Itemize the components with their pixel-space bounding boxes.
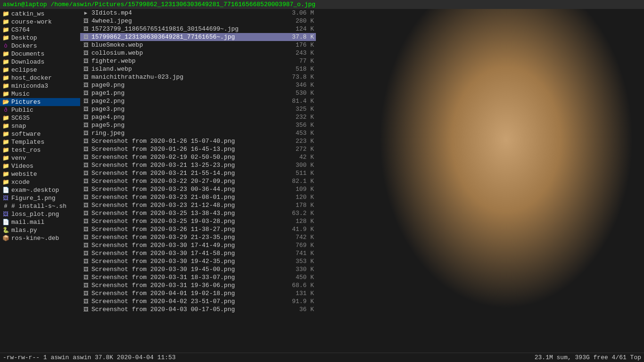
sidebar-item-Desktop[interactable]: 📁Desktop (0, 34, 80, 42)
sidebar-item-loss_plot_png[interactable]: 🖼loss_plot.png (0, 210, 80, 218)
sidebar-item-Figure_1_png[interactable]: 🖼Figure_1.png (0, 194, 80, 202)
file-size: 178 K (281, 202, 314, 209)
sidebar-item-catkin_ws[interactable]: 📁catkin_ws (0, 10, 80, 18)
file-type-icon: 🖼 (82, 114, 90, 120)
table-row[interactable]: 🖼Screenshot from 2020-03-31 19-36-06.png… (80, 281, 316, 289)
file-size: 3.06 M (281, 9, 314, 16)
file-name: Screenshot from 2020-03-23 21-12-48.png (91, 202, 281, 209)
file-size: 325 K (281, 106, 314, 113)
table-row[interactable]: ▶3Idiots.mp43.06 M (80, 9, 316, 17)
table-row[interactable]: 🖼Screenshot from 2020-01-26 15-07-40.png… (80, 137, 316, 145)
sidebar-item-Documents[interactable]: 📁Documents (0, 50, 80, 58)
table-row[interactable]: 🖼Screenshot from 2020-04-01 19-02-18.png… (80, 289, 316, 297)
table-row[interactable]: 🖼Screenshot from 2020-03-30 17-41-58.png… (80, 249, 316, 257)
file-type-icon: 🖼 (82, 138, 90, 144)
folder-icon: 📄 (2, 187, 9, 194)
sidebar-item-venv[interactable]: 📁venv (0, 154, 80, 162)
sidebar-item-SC635[interactable]: 📁SC635 (0, 114, 80, 122)
table-row[interactable]: 🖼fighter.webp77 K (80, 57, 316, 65)
table-row[interactable]: 🖼collosium.webp243 K (80, 49, 316, 57)
sidebar-item-xcode[interactable]: 📁xcode (0, 178, 80, 186)
status-right: 23.1M sum, 393G free 4/61 Top (535, 354, 641, 361)
sidebar-item-Videos[interactable]: 📁Videos (0, 162, 80, 170)
table-row[interactable]: 🖼Screenshot from 2020-04-03 00-17-05.png… (80, 305, 316, 313)
file-name: 4wheel.jpeg (91, 17, 281, 25)
sidebar-item-course-work[interactable]: 📁course-work (0, 18, 80, 26)
file-type-icon: 🖼 (82, 50, 90, 56)
table-row[interactable]: 🖼Screenshot from 2020-03-25 19-03-28.png… (80, 217, 316, 225)
sidebar-item-website[interactable]: 📁website (0, 170, 80, 178)
table-row[interactable]: 🖼Screenshot from 2020-03-22 20-27-09.png… (80, 177, 316, 185)
file-type-icon: 🖼 (82, 146, 90, 152)
sidebar-item-label: loss_plot.png (11, 211, 59, 218)
file-name: Screenshot from 2020-03-31 19-36-06.png (91, 282, 281, 289)
table-row[interactable]: 🖼page1.png530 K (80, 89, 316, 97)
table-row[interactable]: 🖼Screenshot from 2020-03-29 21-23-35.png… (80, 233, 316, 241)
sidebar-item-Dockers[interactable]: òDockers (0, 42, 80, 50)
title-text: aswin@laptop /home/aswin/Pictures/157998… (3, 1, 315, 8)
table-row[interactable]: 🖼Screenshot from 2020-01-26 16-45-13.png… (80, 145, 316, 153)
sidebar-item-Pictures[interactable]: 📂Pictures (0, 98, 80, 106)
sidebar-item-software[interactable]: 📁software (0, 130, 80, 138)
sidebar-item-ros-kine-deb[interactable]: 📦ros-kine~.deb (0, 234, 80, 242)
file-size: 36 K (281, 306, 314, 313)
folder-icon: 📁 (2, 155, 9, 162)
folder-icon: 📁 (2, 123, 9, 130)
file-size: 450 K (281, 274, 314, 281)
file-size: 109 K (281, 186, 314, 193)
table-row[interactable]: 🖼Screenshot from 2020-02-19 02-50-50.png… (80, 153, 316, 161)
sidebar-item-Downloads[interactable]: 📁Downloads (0, 58, 80, 66)
sidebar-item-eclipse[interactable]: 📁eclipse (0, 66, 80, 74)
sidebar-item-Public[interactable]: ðPublic (0, 106, 80, 114)
sidebar-item-Music[interactable]: 📁Music (0, 90, 80, 98)
folder-icon: 📁 (2, 171, 9, 178)
table-row[interactable]: 🖼Screenshot from 2020-03-23 21-08-01.png… (80, 193, 316, 201)
table-row[interactable]: 🖼blueSmoke.webp176 K (80, 41, 316, 49)
sidebar-item-install-s[interactable]: ## install-s~.sh (0, 202, 80, 210)
table-row[interactable]: 🖼page2.png81.4 K (80, 97, 316, 105)
table-row[interactable]: 🖼manichithrathazhu-023.jpg73.8 K (80, 73, 316, 81)
table-row[interactable]: 🖼page4.png232 K (80, 113, 316, 121)
file-name: page5.png (91, 122, 281, 129)
table-row[interactable]: 🖼ring.jpeg453 K (80, 129, 316, 137)
table-row[interactable]: 🖼Screenshot from 2020-03-30 17-41-49.png… (80, 241, 316, 249)
table-row[interactable]: 🖼Screenshot from 2020-03-23 21-12-48.png… (80, 201, 316, 209)
file-size: 741 K (281, 250, 314, 257)
table-row[interactable]: 🖼Screenshot from 2020-03-23 00-36-44.png… (80, 185, 316, 193)
file-list: ▶3Idiots.mp43.06 M🖼4wheel.jpeg280 K🖼1572… (80, 9, 316, 353)
file-name: Screenshot from 2020-02-19 02-50-50.png (91, 154, 281, 161)
file-type-icon: 🖼 (82, 290, 90, 296)
table-row[interactable]: 🖼Screenshot from 2020-03-30 19-42-35.png… (80, 257, 316, 265)
table-row[interactable]: 🖼page0.png346 K (80, 81, 316, 89)
table-row[interactable]: 🖼15723799_1186567651419816_301544699~.jp… (80, 25, 316, 33)
file-type-icon: 🖼 (82, 58, 90, 64)
table-row[interactable]: 🖼4wheel.jpeg280 K (80, 17, 316, 25)
file-size: 42 K (281, 154, 314, 161)
sidebar-item-test_ros[interactable]: 📁test_ros (0, 146, 80, 154)
table-row[interactable]: 🖼Screenshot from 2020-03-25 13-38-43.png… (80, 209, 316, 217)
sidebar-item-host_docker[interactable]: 📁host_docker (0, 74, 80, 82)
sidebar-item-mail_mail[interactable]: 📄mail.mail (0, 218, 80, 226)
file-name: Screenshot from 2020-01-26 15-07-40.png (91, 138, 281, 145)
sidebar-item-exam_desktop[interactable]: 📄exam~.desktop (0, 186, 80, 194)
file-type-icon: 🖼 (82, 74, 90, 80)
table-row[interactable]: 🖼Screenshot from 2020-03-30 19-45-00.png… (80, 265, 316, 273)
sidebar-item-CS764[interactable]: 📁CS764 (0, 26, 80, 34)
table-row[interactable]: 🖼island.webp518 K (80, 65, 316, 73)
sidebar-item-snap[interactable]: 📁snap (0, 122, 80, 130)
table-row[interactable]: 🖼Screenshot from 2020-03-26 11-38-27.png… (80, 225, 316, 233)
table-row[interactable]: 🖼page3.png325 K (80, 105, 316, 113)
table-row[interactable]: 🖼Screenshot from 2020-03-31 18-33-07.png… (80, 273, 316, 281)
table-row[interactable]: 🖼Screenshot from 2020-03-21 13-25-23.png… (80, 161, 316, 169)
table-row[interactable]: 🖼Screenshot from 2020-04-02 23-51-07.png… (80, 297, 316, 305)
table-row[interactable]: 🖼page5.png356 K (80, 121, 316, 129)
file-name: ring.jpeg (91, 130, 281, 137)
file-name: Screenshot from 2020-03-30 17-41-49.png (91, 242, 281, 249)
sidebar-item-label: Desktop (11, 34, 37, 41)
sidebar-item-mlas_py[interactable]: 🐍mlas.py (0, 226, 80, 234)
table-row[interactable]: 🖼Screenshot from 2020-03-21 21-55-14.png… (80, 169, 316, 177)
sidebar-item-label: Pictures (11, 99, 41, 106)
table-row[interactable]: 🖼15799862_1231306303649281_77161656~.jpg… (80, 33, 316, 41)
sidebar-item-Templates[interactable]: 📁Templates (0, 138, 80, 146)
sidebar-item-miniconda3[interactable]: 📁miniconda3 (0, 82, 80, 90)
